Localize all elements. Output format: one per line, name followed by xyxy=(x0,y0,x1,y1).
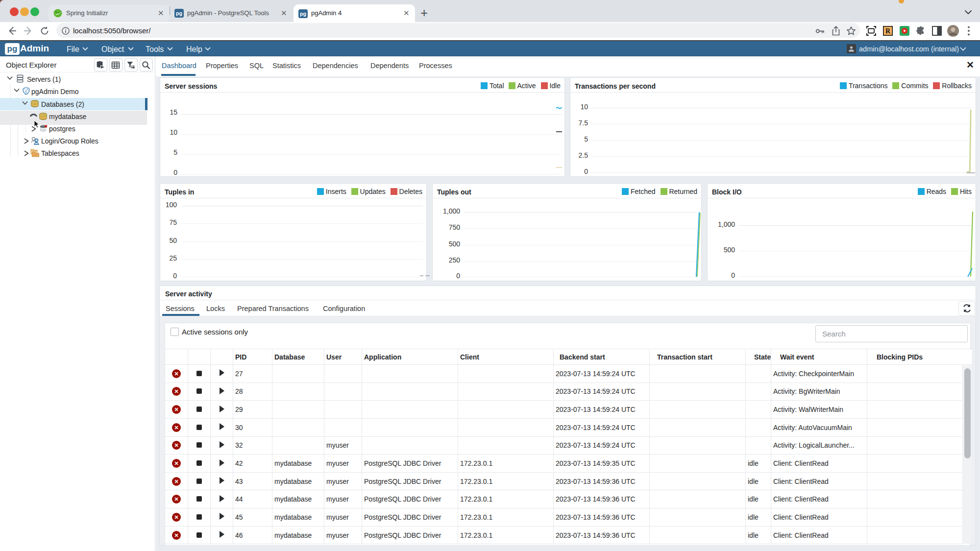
svg-text:R: R xyxy=(885,27,891,35)
svg-text:pg: pg xyxy=(300,11,306,17)
svg-text:pg: pg xyxy=(176,10,182,16)
